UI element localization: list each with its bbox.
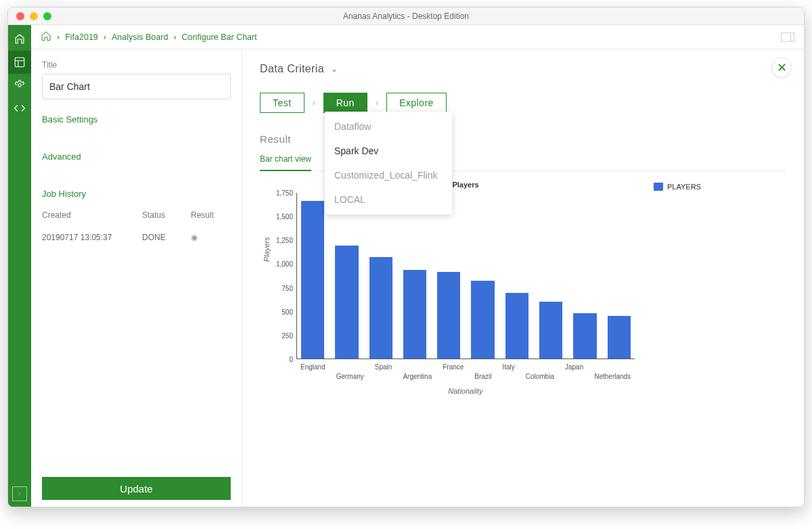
col-status: Status — [142, 210, 191, 220]
action-row: Test › Run › Explore — [260, 93, 786, 113]
home-icon[interactable] — [41, 30, 51, 43]
y-tick: 1,000 — [266, 260, 293, 268]
breadcrumb-sep: › — [173, 32, 176, 42]
breadcrumb-sep: › — [104, 32, 106, 42]
minimize-window-button[interactable] — [30, 12, 38, 20]
y-tick: 0 — [266, 356, 293, 363]
svg-rect-0 — [15, 58, 24, 67]
left-rail — [8, 25, 31, 507]
x-tick: Brazil — [474, 373, 491, 380]
x-ticks: EnglandGermanySpainArgentinaFranceBrazil… — [296, 363, 635, 371]
title-input[interactable] — [42, 74, 231, 99]
chevron-down-icon[interactable]: ⌄ — [331, 64, 338, 74]
job-history-link[interactable]: Job History — [42, 189, 231, 199]
x-tick: Colombia — [526, 373, 554, 380]
explore-button[interactable]: Explore — [386, 93, 447, 113]
app-window: Ananas Analytics - Desktop Edition › Fif… — [7, 7, 805, 507]
rail-home-icon[interactable] — [8, 28, 31, 51]
y-tick: 1,500 — [266, 213, 293, 221]
dropdown-item[interactable]: Customized_Local_Flink — [325, 163, 452, 187]
test-button[interactable]: Test — [260, 93, 304, 113]
bar[interactable] — [539, 302, 562, 359]
basic-settings-link[interactable]: Basic Settings — [42, 114, 231, 124]
x-tick: Netherlands — [594, 373, 631, 380]
legend-swatch — [654, 183, 663, 191]
main-area: ✕ Data Criteria ⌄ Test › Run › Explore D… — [242, 49, 804, 507]
titlebar: Ananas Analytics - Desktop Edition — [8, 7, 804, 25]
breadcrumb-item[interactable]: Configure Bar Chart — [182, 32, 257, 42]
x-tick: Argentina — [403, 373, 432, 380]
rail-settings-icon[interactable] — [8, 74, 31, 97]
bar[interactable] — [437, 272, 460, 359]
x-tick: France — [443, 363, 464, 371]
col-created: Created — [42, 210, 142, 220]
title-label: Title — [42, 60, 231, 70]
legend: PLAYERS — [654, 181, 701, 193]
dropdown-item[interactable]: LOCAL — [325, 187, 452, 212]
window-controls — [8, 12, 51, 20]
layout-toggle-icon[interactable] — [781, 32, 794, 42]
rail-code-icon[interactable] — [8, 97, 31, 120]
data-criteria-label[interactable]: Data Criteria — [260, 63, 324, 75]
close-window-button[interactable] — [16, 12, 24, 20]
bar[interactable] — [335, 246, 358, 359]
y-tick: 1,250 — [266, 237, 293, 244]
window-title: Ananas Analytics - Desktop Edition — [8, 12, 804, 21]
advanced-link[interactable]: Advanced — [42, 152, 231, 162]
rail-expand-button[interactable] — [12, 486, 27, 501]
y-tick: 1,750 — [266, 189, 293, 197]
view-result-icon[interactable]: ◉ — [191, 233, 231, 242]
breadcrumb-item[interactable]: Analysis Board — [112, 32, 168, 42]
run-button[interactable]: Run — [323, 93, 367, 113]
x-tick: Germany — [336, 373, 364, 380]
tab-bar-chart[interactable]: Bar chart view — [260, 154, 311, 170]
bar[interactable] — [403, 270, 426, 359]
close-icon[interactable]: ✕ — [771, 58, 792, 78]
legend-label: PLAYERS — [667, 183, 701, 191]
dropdown-item[interactable]: Spark Dev — [325, 139, 452, 163]
x-tick: Italy — [502, 363, 514, 371]
update-button[interactable]: Update — [42, 477, 231, 500]
config-panel: Title Basic Settings Advanced Job Histor… — [31, 49, 242, 507]
job-history-header: Created Status Result — [42, 207, 231, 223]
plot-area: 02505007501,0001,2501,5001,750 — [296, 193, 635, 359]
step-sep: › — [313, 98, 315, 108]
bar[interactable] — [608, 316, 631, 359]
job-history-row[interactable]: 20190717 13:05:37 DONE ◉ — [42, 223, 231, 252]
bar[interactable] — [471, 281, 494, 359]
breadcrumb-sep: › — [57, 32, 60, 42]
y-tick: 250 — [266, 331, 293, 339]
x-axis-label: Nationality — [296, 387, 635, 395]
breadcrumb-item[interactable]: Fifa2019 — [65, 32, 98, 42]
svg-point-1 — [18, 84, 22, 87]
y-tick: 500 — [266, 308, 293, 315]
bar[interactable] — [369, 257, 392, 359]
job-created: 20190717 13:05:37 — [42, 233, 142, 242]
x-tick: England — [300, 363, 325, 371]
x-tick: Japan — [565, 363, 583, 371]
bar[interactable] — [301, 201, 324, 359]
maximize-window-button[interactable] — [43, 12, 51, 20]
job-status: DONE — [142, 233, 191, 242]
run-target-dropdown: Dataflow Spark Dev Customized_Local_Flin… — [325, 112, 452, 214]
step-sep: › — [376, 98, 378, 108]
dropdown-item[interactable]: Dataflow — [325, 114, 452, 139]
x-tick: Spain — [375, 363, 392, 371]
col-result: Result — [191, 210, 231, 220]
bar[interactable] — [505, 293, 528, 359]
breadcrumb-bar: › Fifa2019 › Analysis Board › Configure … — [31, 25, 804, 49]
bar[interactable] — [573, 313, 596, 359]
rail-board-icon[interactable] — [8, 51, 31, 74]
y-tick: 750 — [266, 284, 293, 292]
